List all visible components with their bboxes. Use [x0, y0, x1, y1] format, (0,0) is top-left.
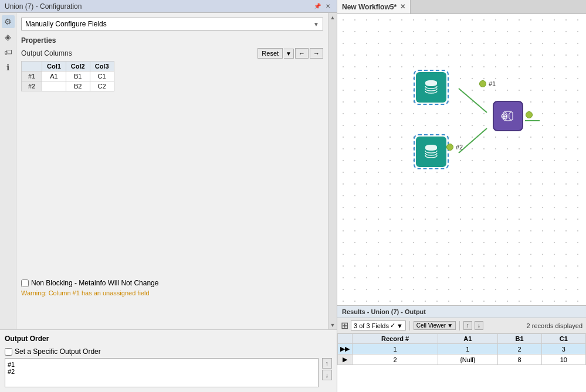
- results-table-container: Record # A1 B1 C1 ▶▶ 1 1 2 3: [337, 333, 586, 392]
- config-content: Manually Configure Fields ▼ Properties O…: [16, 13, 328, 329]
- row1-a1: 1: [438, 344, 497, 354]
- connections-svg: [337, 14, 586, 305]
- table-empty-header: [22, 62, 42, 71]
- non-blocking-area: Non Blocking - Metainfo Will Not Change: [21, 279, 323, 287]
- non-blocking-checkbox[interactable]: [21, 279, 29, 287]
- union-output-connector: [526, 111, 533, 118]
- order-up-btn[interactable]: ↑: [322, 358, 333, 369]
- node3-output-connector: [446, 144, 453, 151]
- result-row-1[interactable]: ▶▶ 1 1 2 3: [338, 344, 586, 354]
- workflow-tab[interactable]: New Workflow5* ✕: [337, 0, 411, 13]
- node1-box[interactable]: [416, 72, 446, 103]
- node3-icon: [422, 142, 441, 161]
- row2-col1: [42, 81, 66, 91]
- sort-desc-btn[interactable]: ↓: [475, 321, 483, 330]
- node1-output-connector: [479, 80, 486, 87]
- table-row[interactable]: #2 B2 C2: [22, 81, 114, 91]
- fields-dropdown-arrow: ▼: [397, 322, 403, 329]
- union-node-box[interactable]: ⊕: [493, 101, 523, 131]
- output-order-section: Output Order Set a Specific Output Order…: [0, 329, 337, 392]
- output-columns-header: Output Columns Reset ▼ ← →: [21, 48, 323, 59]
- row2-a1: {Null}: [438, 354, 497, 365]
- configure-mode-dropdown[interactable]: Manually Configure Fields ▼: [21, 18, 323, 30]
- arrow-right-btn[interactable]: →: [310, 48, 323, 59]
- close-icon[interactable]: ✕: [324, 2, 332, 11]
- union-icon: ⊕: [499, 107, 517, 125]
- fields-check-icon: ✓: [390, 322, 395, 329]
- output-order-title: Output Order: [5, 335, 332, 343]
- arrow-left-btn[interactable]: ←: [295, 48, 309, 59]
- node3-label: #2: [456, 144, 463, 151]
- scroll-down-arrow[interactable]: ▼: [328, 321, 337, 329]
- col-icon-header: [338, 334, 353, 344]
- workflow-tab-label: New Workflow5*: [342, 3, 397, 11]
- scroll-up-arrow[interactable]: ▲: [328, 13, 337, 22]
- cell-viewer-btn[interactable]: Cell Viewer ▼: [414, 321, 456, 330]
- workflow-tab-close[interactable]: ✕: [400, 3, 405, 11]
- svg-point-7: [506, 114, 510, 118]
- col-record-header[interactable]: Record #: [353, 334, 438, 344]
- row1-label: #1: [22, 71, 42, 81]
- reset-btn-group: Reset ▼ ← →: [258, 48, 323, 59]
- sidebar: ⚙ ◈ 🏷 ℹ: [0, 13, 16, 329]
- union-node-wrapper: ⊕: [493, 101, 523, 131]
- right-panel: New Workflow5* ✕: [337, 0, 586, 392]
- results-table: Record # A1 B1 C1 ▶▶ 1 1 2 3: [337, 333, 586, 365]
- output-columns-label: Output Columns: [21, 49, 72, 57]
- svg-line-0: [459, 88, 487, 113]
- config-area: ⚙ ◈ 🏷 ℹ Manually Configure Fields ▼ Prop…: [0, 13, 337, 329]
- row1-c1: 3: [541, 344, 585, 354]
- sidebar-icon-configure[interactable]: ⚙: [2, 15, 15, 28]
- fields-indicator[interactable]: 3 of 3 Fields ✓ ▼: [351, 321, 406, 330]
- fields-count: 3 of 3 Fields: [354, 322, 389, 329]
- cell-viewer-label: Cell Viewer: [416, 322, 446, 329]
- col-a1-header[interactable]: A1: [438, 334, 497, 344]
- order-down-btn[interactable]: ↓: [322, 370, 333, 380]
- reset-dropdown-btn[interactable]: ▼: [284, 49, 294, 59]
- records-count: 2 records displayed: [527, 322, 582, 329]
- toolbar-sep1: [409, 321, 410, 330]
- col-c1-header[interactable]: C1: [541, 334, 585, 344]
- set-specific-order-checkbox[interactable]: [5, 348, 12, 356]
- warning-text: Warning: Column #1 has an unassigned fie…: [21, 289, 323, 296]
- row2-b1: 8: [497, 354, 541, 365]
- sidebar-icon-filter[interactable]: ◈: [2, 30, 15, 43]
- node3-box[interactable]: [416, 137, 446, 167]
- results-header: Results - Union (7) - Output: [337, 306, 586, 318]
- sidebar-icon-tag[interactable]: 🏷: [2, 46, 15, 59]
- table-row[interactable]: #1 A1 B1 C1: [22, 71, 114, 81]
- non-blocking-label: Non Blocking - Metainfo Will Not Change: [31, 279, 158, 287]
- node1-wrapper: #1: [414, 70, 449, 105]
- order-item-1: #1: [8, 361, 316, 368]
- row1-b1: 2: [497, 344, 541, 354]
- table-col3-header: Col3: [90, 62, 114, 71]
- order-list: #1 #2: [5, 358, 319, 387]
- table-col2-header: Col2: [66, 62, 90, 71]
- reset-button[interactable]: Reset: [258, 48, 283, 59]
- row1-col2: B1: [66, 71, 90, 81]
- node3-wrapper: #2: [414, 134, 449, 169]
- row2-icon: ▶: [338, 354, 353, 365]
- pin-icon[interactable]: 📌: [313, 2, 321, 11]
- result-row-2[interactable]: ▶ 2 {Null} 8 10: [338, 354, 586, 365]
- row2-col3: C2: [90, 81, 114, 91]
- grid-view-icon[interactable]: ⊞: [341, 320, 348, 331]
- sidebar-icon-info[interactable]: ℹ: [2, 61, 15, 74]
- dropdown-arrow-icon: ▼: [313, 21, 319, 28]
- node1-label: #1: [489, 80, 496, 87]
- configure-mode-value: Manually Configure Fields: [25, 20, 107, 28]
- workflow-canvas[interactable]: #1: [337, 14, 586, 305]
- row2-label: #2: [22, 81, 42, 91]
- set-specific-order-label: Set a Specific Output Order: [15, 347, 101, 356]
- col-b1-header[interactable]: B1: [497, 334, 541, 344]
- row2-c1: 10: [541, 354, 585, 365]
- row2-col2: B2: [66, 81, 90, 91]
- order-item-2: #2: [8, 368, 316, 375]
- properties-section: Properties Output Columns Reset ▼ ← →: [21, 36, 323, 91]
- cell-viewer-dropdown: ▼: [447, 322, 453, 329]
- table-col1-header: Col1: [42, 62, 66, 71]
- left-panel-title-bar: Union (7) - Configuration 📌 ✕: [0, 0, 337, 13]
- sort-asc-btn[interactable]: ↑: [463, 321, 472, 330]
- set-specific-order-area: Set a Specific Output Order: [5, 347, 332, 356]
- properties-title: Properties: [21, 36, 323, 45]
